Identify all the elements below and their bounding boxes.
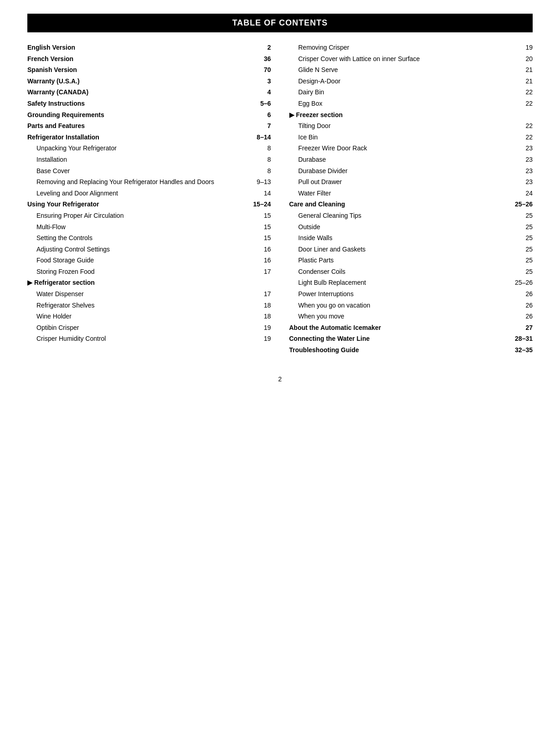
toc-page: 15 (253, 223, 271, 232)
toc-container: English Version2French Version36Spanish … (27, 43, 533, 357)
toc-page: 16 (253, 245, 271, 254)
toc-label: Warranty (U.S.A.) (27, 77, 253, 86)
toc-page: 36 (253, 55, 271, 64)
toc-label: Crisper Cover with Lattice on inner Surf… (289, 55, 515, 64)
toc-entry: Outside25 (289, 223, 533, 232)
toc-page: 25 (514, 234, 533, 243)
toc-page: 15 (253, 234, 271, 243)
toc-page: 20 (514, 55, 533, 64)
toc-page: 2 (253, 43, 271, 52)
toc-label: General Cleaning Tips (289, 211, 515, 221)
toc-entry: Safety Instructions5–6 (27, 99, 271, 108)
toc-label: Refrigerator Installation (27, 133, 253, 142)
toc-label: Refrigerator Shelves (27, 301, 253, 310)
toc-entry: French Version36 (27, 55, 271, 64)
toc-entry: Freezer Wire Door Rack23 (289, 144, 533, 153)
toc-page: 21 (514, 77, 533, 86)
toc-entry: Multi-Flow15 (27, 223, 271, 232)
toc-entry: Crisper Humidity Control19 (27, 334, 271, 344)
toc-entry: Grounding Requirements6 (27, 111, 271, 120)
toc-entry: Connecting the Water Line28–31 (289, 334, 533, 344)
toc-page: 22 (514, 133, 533, 142)
toc-entry: Durabase Divider23 (289, 167, 533, 176)
toc-entry: English Version2 (27, 43, 271, 52)
toc-label: Leveling and Door Alignment (27, 189, 253, 198)
toc-label: English Version (27, 43, 253, 52)
toc-label: Base Cover (27, 167, 253, 176)
toc-page: 25 (514, 256, 533, 265)
toc-label: Removing and Replacing Your Refrigerator… (27, 178, 253, 187)
toc-label: Warranty (CANADA) (27, 88, 253, 97)
toc-label: Water Dispenser (27, 290, 253, 299)
toc-page: 22 (514, 99, 533, 108)
toc-label: Pull out Drawer (289, 178, 515, 187)
toc-label: Door Liner and Gaskets (289, 245, 515, 254)
toc-label: Care and Cleaning (289, 200, 515, 209)
toc-entry: General Cleaning Tips25 (289, 211, 533, 221)
toc-label: When you go on vacation (289, 301, 515, 310)
toc-page: 25 (514, 245, 533, 254)
toc-label: Setting the Controls (27, 234, 253, 243)
toc-label: Installation (27, 155, 253, 164)
toc-entry: Glide N Serve21 (289, 66, 533, 75)
toc-label: Unpacking Your Refrigerator (27, 144, 253, 153)
toc-page: 19 (253, 334, 271, 344)
page-header: TABLE OF CONTENTS (27, 14, 533, 32)
toc-entry: Dairy Bin22 (289, 88, 533, 97)
toc-page: 18 (253, 301, 271, 310)
left-column: English Version2French Version36Spanish … (27, 43, 271, 357)
toc-page: 4 (253, 88, 271, 97)
toc-entry: Power Interruptions26 (289, 290, 533, 299)
toc-page: 15 (253, 211, 271, 221)
toc-label: Ensuring Proper Air Circulation (27, 211, 253, 221)
toc-label: Outside (289, 223, 515, 232)
toc-entry: Durabase23 (289, 155, 533, 164)
toc-label: Durabase Divider (289, 167, 515, 176)
toc-label: Optibin Crisper (27, 323, 253, 333)
toc-page: 19 (253, 323, 271, 333)
toc-page: 24 (514, 189, 533, 198)
toc-label: Multi-Flow (27, 223, 253, 232)
toc-entry: ▶ Refrigerator section (27, 278, 271, 287)
toc-entry: Troubleshooting Guide32–35 (289, 346, 533, 355)
toc-label: Design-A-Door (289, 77, 515, 86)
toc-page: 17 (253, 267, 271, 277)
toc-page: 26 (514, 301, 533, 310)
toc-label: Dairy Bin (289, 88, 515, 97)
toc-label: Removing Crisper (289, 43, 515, 52)
toc-label: Freezer Wire Door Rack (289, 144, 515, 153)
toc-label: Durabase (289, 155, 515, 164)
toc-page: 16 (253, 256, 271, 265)
toc-entry: Installation8 (27, 155, 271, 164)
right-column: Removing Crisper19Crisper Cover with Lat… (289, 43, 533, 357)
toc-label: Light Bulb Replacement (289, 278, 515, 287)
page-footer: 2 (27, 375, 533, 383)
toc-entry: When you move26 (289, 312, 533, 321)
toc-page: 6 (253, 111, 271, 120)
toc-label: Condenser Coils (289, 267, 515, 277)
toc-page: 32–35 (514, 346, 533, 355)
toc-page: 21 (514, 66, 533, 75)
toc-entry: Water Dispenser17 (27, 290, 271, 299)
toc-label: Food Storage Guide (27, 256, 253, 265)
toc-entry: Warranty (CANADA)4 (27, 88, 271, 97)
toc-entry: Refrigerator Installation8–14 (27, 133, 271, 142)
toc-page: 23 (514, 144, 533, 153)
toc-page: 23 (514, 167, 533, 176)
toc-entry: Egg Box22 (289, 99, 533, 108)
toc-entry: Optibin Crisper19 (27, 323, 271, 333)
toc-entry: Ice Bin22 (289, 133, 533, 142)
toc-label: Crisper Humidity Control (27, 334, 253, 344)
toc-page: 28–31 (514, 334, 533, 344)
toc-entry: Design-A-Door21 (289, 77, 533, 86)
toc-label: Spanish Version (27, 66, 253, 75)
toc-entry: When you go on vacation26 (289, 301, 533, 310)
toc-page: 8–14 (253, 133, 271, 142)
toc-label: ▶ Freezer section (289, 111, 515, 120)
toc-entry: Leveling and Door Alignment14 (27, 189, 271, 198)
toc-page: 19 (514, 43, 533, 52)
toc-entry: Food Storage Guide16 (27, 256, 271, 265)
toc-entry: Condenser Coils25 (289, 267, 533, 277)
toc-entry: Removing and Replacing Your Refrigerator… (27, 178, 271, 187)
toc-label: Troubleshooting Guide (289, 346, 515, 355)
